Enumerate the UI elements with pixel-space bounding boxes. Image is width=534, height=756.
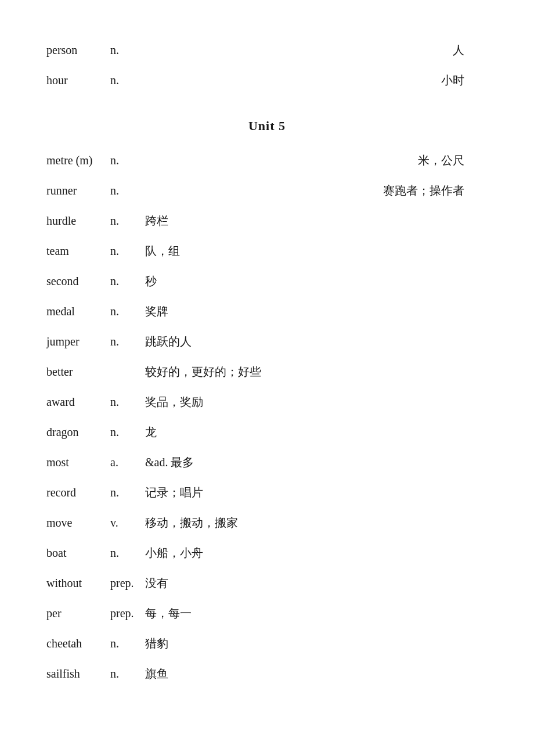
entry-metre: metre (m) n. 米，公尺	[46, 145, 488, 175]
def-medal: 奖牌	[145, 302, 168, 321]
pos-medal: n.	[110, 302, 145, 321]
word-metre: metre (m)	[46, 151, 110, 170]
entry-better: better 较好的，更好的；好些	[46, 357, 488, 387]
pos-record: n.	[110, 483, 145, 502]
word-person: person	[46, 41, 110, 59]
pos-hurdle: n.	[110, 211, 145, 230]
word-hour: hour	[46, 71, 110, 89]
pos-runner: n.	[110, 181, 145, 200]
def-per: 每，每一	[145, 604, 192, 622]
def-jumper: 跳跃的人	[145, 332, 192, 351]
entry-most: most a. &ad. 最多	[46, 447, 488, 477]
unit5-header: Unit 5	[46, 101, 488, 145]
zh-metre: 米，公尺	[418, 151, 488, 170]
pos-jumper: n.	[110, 332, 145, 351]
def-second: 秒	[145, 272, 157, 290]
pos-boat: n.	[110, 543, 145, 562]
entry-second: second n. 秒	[46, 266, 488, 296]
zh-hour: 小时	[441, 71, 488, 89]
word-second: second	[46, 272, 110, 290]
entry-record: record n. 记录；唱片	[46, 477, 488, 507]
entry-boat: boat n. 小船，小舟	[46, 538, 488, 568]
word-record: record	[46, 483, 110, 502]
entry-jumper: jumper n. 跳跃的人	[46, 326, 488, 357]
pos-cheetah: n.	[110, 634, 145, 653]
entry-hurdle: hurdle n. 跨栏	[46, 206, 488, 236]
def-award: 奖品，奖励	[145, 393, 203, 411]
entry-without: without prep. 没有	[46, 568, 488, 598]
pos-second: n.	[110, 272, 145, 290]
entry-dragon: dragon n. 龙	[46, 417, 488, 447]
pos-sailfish: n.	[110, 664, 145, 683]
def-hurdle: 跨栏	[145, 211, 168, 230]
def-better: 较好的，更好的；好些	[145, 362, 261, 381]
entry-move: move v. 移动，搬动，搬家	[46, 507, 488, 538]
vocab-list: person n. 人 hour n. 小时 Unit 5 metre (m) …	[46, 35, 488, 689]
def-dragon: 龙	[145, 423, 157, 441]
pos-person: n.	[110, 41, 145, 59]
word-without: without	[46, 574, 110, 592]
pos-metre: n.	[110, 151, 145, 170]
entry-team: team n. 队，组	[46, 236, 488, 266]
word-medal: medal	[46, 302, 110, 321]
word-better: better	[46, 362, 110, 381]
def-move: 移动，搬动，搬家	[145, 513, 238, 532]
word-per: per	[46, 604, 110, 622]
word-runner: runner	[46, 181, 110, 200]
word-sailfish: sailfish	[46, 664, 110, 683]
pos-award: n.	[110, 393, 145, 411]
entry-per: per prep. 每，每一	[46, 598, 488, 628]
pos-dragon: n.	[110, 423, 145, 441]
word-dragon: dragon	[46, 423, 110, 441]
pos-most: a.	[110, 453, 145, 471]
pos-move: v.	[110, 513, 145, 532]
entry-sailfish: sailfish n. 旗鱼	[46, 658, 488, 689]
word-hurdle: hurdle	[46, 211, 110, 230]
entry-cheetah: cheetah n. 猎豹	[46, 628, 488, 658]
entry-person: person n. 人	[46, 35, 488, 65]
word-move: move	[46, 513, 110, 532]
zh-person: 人	[453, 41, 488, 59]
pos-without: prep.	[110, 574, 145, 592]
word-cheetah: cheetah	[46, 634, 110, 653]
def-most: &ad. 最多	[145, 453, 194, 471]
word-most: most	[46, 453, 110, 471]
entry-hour: hour n. 小时	[46, 65, 488, 95]
entry-runner: runner n. 赛跑者；操作者	[46, 175, 488, 206]
word-jumper: jumper	[46, 332, 110, 351]
word-award: award	[46, 393, 110, 411]
pos-hour: n.	[110, 71, 145, 89]
word-team: team	[46, 242, 110, 260]
def-boat: 小船，小舟	[145, 543, 203, 562]
def-without: 没有	[145, 574, 168, 592]
entry-medal: medal n. 奖牌	[46, 296, 488, 326]
def-record: 记录；唱片	[145, 483, 203, 502]
pos-team: n.	[110, 242, 145, 260]
def-sailfish: 旗鱼	[145, 664, 168, 683]
word-boat: boat	[46, 543, 110, 562]
zh-runner: 赛跑者；操作者	[383, 181, 488, 200]
def-team: 队，组	[145, 242, 180, 260]
entry-award: award n. 奖品，奖励	[46, 387, 488, 417]
def-cheetah: 猎豹	[145, 634, 168, 653]
pos-per: prep.	[110, 604, 145, 622]
